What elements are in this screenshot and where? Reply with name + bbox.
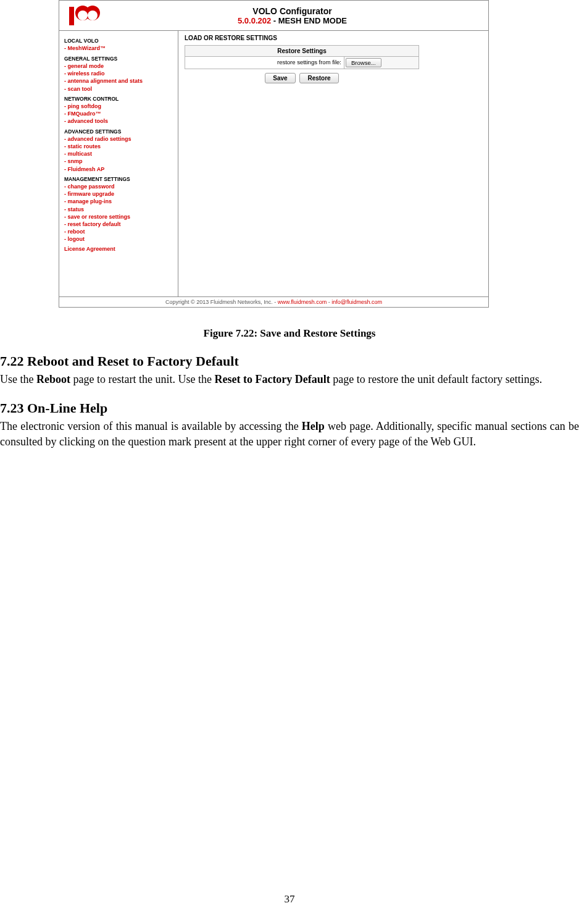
- topbar: VOLO Configurator 5.0.0.202 - MESH END M…: [59, 1, 488, 31]
- para-7-23: The electronic version of this manual is…: [0, 419, 579, 449]
- page-number: 37: [0, 893, 579, 905]
- browse-button[interactable]: Browse...: [346, 58, 381, 67]
- t: page to restore the unit default factory…: [330, 373, 542, 385]
- sidebar-section-header: LOCAL VOLO: [64, 38, 175, 44]
- file-row: restore settings from file: Browse...: [185, 57, 419, 69]
- heading-7-23: 7.23 On-Line Help: [0, 400, 579, 416]
- sidebar-item[interactable]: - save or restore settings: [64, 213, 175, 220]
- fluidmesh-logo-icon: [65, 3, 102, 28]
- restore-button[interactable]: Restore: [299, 73, 338, 83]
- figure-caption: Figure 7.22: Save and Restore Settings: [0, 327, 579, 340]
- button-row: Save Restore: [185, 73, 419, 83]
- app-title: VOLO Configurator 5.0.0.202 - MESH END M…: [102, 6, 482, 25]
- sidebar-item[interactable]: - MeshWizard™: [64, 44, 175, 52]
- sidebar-item[interactable]: - scan tool: [64, 85, 175, 93]
- t: Use the: [0, 373, 36, 385]
- sidebar-item[interactable]: - antenna alignment and stats: [64, 77, 175, 85]
- sidebar: LOCAL VOLO- MeshWizard™GENERAL SETTINGS-…: [59, 31, 178, 296]
- sidebar-item-license[interactable]: License Agreement: [64, 245, 175, 253]
- sidebar-item[interactable]: - multicast: [64, 150, 175, 158]
- svg-point-3: [88, 10, 98, 20]
- title-line2: 5.0.0.202 - MESH END MODE: [102, 16, 482, 25]
- sidebar-section-header: MANAGEMENT SETTINGS: [64, 176, 175, 183]
- footer-link-mail[interactable]: info@fluidmesh.com: [331, 299, 382, 305]
- title-line1: VOLO Configurator: [102, 6, 482, 16]
- t: page to restart the unit. Use the: [70, 373, 214, 385]
- sidebar-item[interactable]: - advanced tools: [64, 117, 175, 125]
- sidebar-item[interactable]: - ping softdog: [64, 103, 175, 110]
- sidebar-item[interactable]: - reset factory default: [64, 220, 175, 228]
- b: Help: [302, 420, 325, 432]
- sidebar-item[interactable]: - logout: [64, 235, 175, 243]
- sidebar-item[interactable]: - Fluidmesh AP: [64, 166, 175, 173]
- version: 5.0.0.202: [238, 16, 271, 25]
- sidebar-section-header: ADVANCED SETTINGS: [64, 128, 175, 135]
- sidebar-item[interactable]: - static routes: [64, 143, 175, 150]
- mode: MESH END MODE: [278, 16, 347, 25]
- sidebar-item[interactable]: - firmware upgrade: [64, 190, 175, 198]
- sidebar-item[interactable]: - FMQuadro™: [64, 110, 175, 117]
- b: Reboot: [36, 373, 70, 385]
- sidebar-item[interactable]: - reboot: [64, 228, 175, 235]
- sidebar-item[interactable]: - general mode: [64, 62, 175, 70]
- sidebar-item[interactable]: - status: [64, 206, 175, 213]
- main-content: LOAD OR RESTORE SETTINGS Restore Setting…: [178, 31, 488, 296]
- footer-link-site[interactable]: www.fluidmesh.com: [278, 299, 327, 305]
- restore-panel: Restore Settings restore settings from f…: [185, 45, 419, 69]
- b: Reset to Factory Default: [214, 373, 330, 385]
- footer: Copyright © 2013 Fluidmesh Networks, Inc…: [59, 296, 488, 307]
- sidebar-item[interactable]: - snmp: [64, 158, 175, 165]
- mode-sep: -: [271, 16, 278, 25]
- file-row-label: restore settings from file:: [185, 57, 344, 69]
- save-button[interactable]: Save: [265, 73, 295, 83]
- sidebar-section-header: GENERAL SETTINGS: [64, 56, 175, 62]
- section-title: LOAD OR RESTORE SETTINGS: [185, 35, 482, 41]
- copyright-text: Copyright © 2013 Fluidmesh Networks, Inc…: [165, 299, 278, 305]
- sidebar-item[interactable]: - change password: [64, 183, 175, 190]
- panel-header: Restore Settings: [185, 45, 419, 57]
- sidebar-section-header: NETWORK CONTROL: [64, 96, 175, 103]
- svg-point-2: [78, 10, 88, 20]
- heading-7-22: 7.22 Reboot and Reset to Factory Default: [0, 353, 579, 369]
- configurator-screenshot: VOLO Configurator 5.0.0.202 - MESH END M…: [59, 0, 489, 308]
- sidebar-item[interactable]: - advanced radio settings: [64, 135, 175, 143]
- para-7-22: Use the Reboot page to restart the unit.…: [0, 372, 579, 387]
- file-picker[interactable]: Browse...: [344, 57, 419, 69]
- sidebar-item[interactable]: - wireless radio: [64, 70, 175, 77]
- t: The electronic version of this manual is…: [0, 420, 302, 432]
- sidebar-item[interactable]: - manage plug-ins: [64, 198, 175, 205]
